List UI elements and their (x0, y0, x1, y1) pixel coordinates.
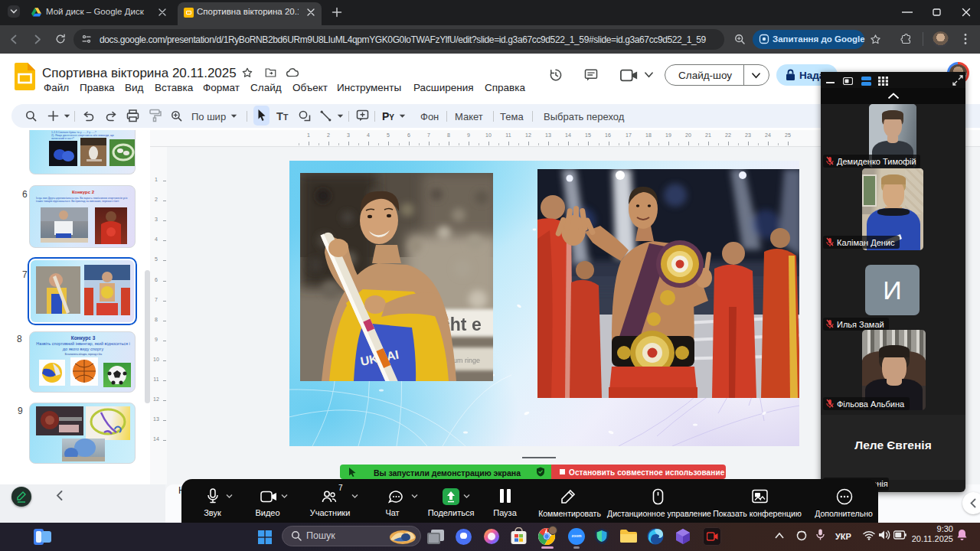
svg-text:um ringe: um ringe (453, 357, 480, 364)
